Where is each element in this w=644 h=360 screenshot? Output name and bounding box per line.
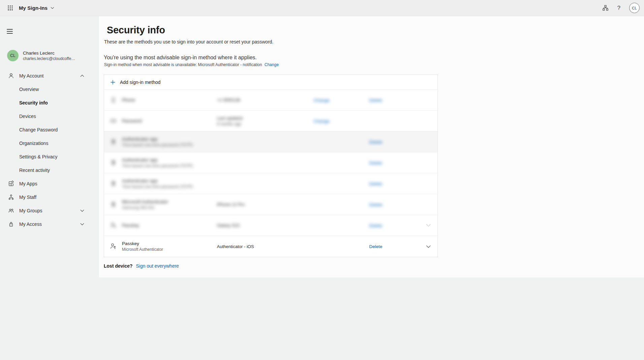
sidebar-item-label: My Groups — [19, 208, 42, 213]
method-name: Authenticator app — [122, 137, 217, 142]
account-avatar-initials: CL — [632, 6, 637, 10]
page-title: Security info — [107, 24, 644, 36]
page-subtitle: These are the methods you use to sign in… — [104, 39, 644, 44]
sidebar-item-label: My Account — [19, 73, 43, 79]
change-link[interactable]: Change — [314, 98, 329, 103]
change-default-method-link[interactable]: Change — [264, 62, 279, 67]
person-icon — [8, 73, 14, 79]
sidebar-item-label: Organizations — [19, 141, 48, 146]
method-name-cell: Authenticator appTime-based one-time pas… — [122, 178, 217, 189]
advisable-detail: Sign-in method when most advisable is un… — [104, 62, 644, 67]
sidebar-item-my-groups[interactable]: My Groups — [0, 204, 99, 217]
method-name-cell: Passkey — [122, 223, 217, 228]
method-detail: Time-based one-time password (TOTP) — [122, 163, 217, 168]
method-row-authenticator-app-3: Authenticator appTime-based one-time pas… — [104, 173, 438, 194]
profile-avatar: CL — [7, 50, 19, 61]
method-row-authenticator-app-2: Authenticator appTime-based one-time pas… — [104, 152, 438, 173]
profile-name: Charles Leclerc — [23, 51, 75, 56]
method-delete-cell: Delete — [369, 97, 425, 103]
delete-link[interactable]: Delete — [369, 181, 382, 186]
row-expand-chevron-down-icon[interactable] — [426, 224, 438, 227]
method-detail: Time-based one-time password (TOTP) — [122, 143, 217, 147]
sidebar-item-my-apps[interactable]: My Apps — [0, 177, 99, 190]
methods-table-rows: Phone+1 5550138ChangeDeletePasswordLast … — [104, 90, 438, 257]
method-value: +1 5550138 — [217, 97, 314, 102]
delete-link[interactable]: Delete — [369, 160, 382, 166]
app-launcher-icon[interactable] — [4, 2, 16, 14]
sidebar-item-label: My Apps — [19, 181, 37, 186]
delete-link[interactable]: Delete — [369, 98, 382, 103]
sidebar-item-label: Security info — [19, 100, 48, 106]
hamburger-menu-icon[interactable] — [7, 29, 13, 34]
method-value: iPhone 12 Pro — [217, 202, 314, 207]
method-name-cell: Authenticator appTime-based one-time pas… — [122, 137, 217, 147]
sidebar-item-overview[interactable]: Overview — [0, 83, 99, 96]
method-delete-cell: Delete — [369, 222, 425, 229]
method-value-cell: iPhone 12 Pro — [217, 202, 314, 207]
method-value-cell: Galaxy S23 — [217, 223, 314, 228]
method-value: Last updated: — [217, 116, 314, 121]
row-expand-chevron-down-icon[interactable] — [426, 245, 438, 248]
sidebar-item-my-access[interactable]: My Access — [0, 217, 99, 231]
method-name-cell: Password — [122, 118, 217, 123]
plus-icon — [110, 79, 116, 85]
sidebar-item-organizations[interactable]: Organizations — [0, 137, 99, 150]
sidebar-item-label: My Staff — [19, 194, 36, 200]
method-name: Phone — [122, 97, 217, 102]
sidebar-item-settings-privacy[interactable]: Settings & Privacy — [0, 150, 99, 163]
method-name: Microsoft Authenticator — [122, 199, 217, 204]
authenticator-app-icon — [110, 139, 122, 145]
method-name: Password — [122, 118, 217, 123]
topbar-actions: ? CL — [602, 3, 640, 13]
authenticator-app-icon — [110, 180, 122, 187]
method-change-cell: Change — [314, 97, 369, 103]
passkey-icon — [110, 243, 122, 250]
advisable-heading: You're using the most advisable sign-in … — [104, 55, 644, 61]
method-value-secondary: 8 months ago — [217, 122, 314, 126]
app-title-chevron-down-icon[interactable] — [51, 7, 54, 9]
method-detail: Microsoft Authenticator — [122, 247, 217, 252]
sidebar-item-label: Change Password — [19, 127, 58, 132]
authenticator-app-icon — [110, 201, 122, 208]
apps-icon — [8, 181, 14, 187]
sidebar-item-change-password[interactable]: Change Password — [0, 123, 99, 137]
sidebar-item-devices[interactable]: Devices — [0, 110, 99, 123]
delete-link[interactable]: Delete — [369, 223, 382, 228]
sidebar-item-security-info[interactable]: Security info — [0, 96, 99, 110]
sidebar-item-my-account[interactable]: My Account — [0, 69, 99, 83]
method-delete-cell: Delete — [369, 243, 425, 249]
top-bar: My Sign-Ins ? CL — [0, 0, 644, 16]
method-delete-cell: Delete — [369, 202, 425, 208]
method-detail: Time-based one-time password (TOTP) — [122, 184, 217, 189]
method-delete-cell: Delete — [369, 139, 425, 145]
method-value: Galaxy S23 — [217, 223, 314, 228]
profile-card: CL Charles Leclerc charles.leclerc@cloud… — [7, 50, 99, 61]
add-sign-in-method-button[interactable]: Add sign-in method — [104, 75, 438, 90]
method-name-cell: Microsoft AuthenticatorSamsung SM-A51 — [122, 199, 217, 210]
phone-icon — [110, 97, 122, 103]
delete-link[interactable]: Delete — [369, 140, 382, 145]
sidebar-item-my-staff[interactable]: My Staff — [0, 190, 99, 204]
method-name: Authenticator app — [122, 178, 217, 183]
sidebar-item-label: Devices — [19, 114, 36, 119]
sign-out-everywhere-link[interactable]: Sign out everywhere — [136, 263, 179, 269]
sidebar-item-recent-activity[interactable]: Recent activity — [0, 163, 99, 177]
method-name: Authenticator app — [122, 157, 217, 162]
change-link[interactable]: Change — [314, 119, 329, 124]
sidebar: CL Charles Leclerc charles.leclerc@cloud… — [0, 16, 99, 360]
method-row-passkey-1: PasskeyGalaxy S23Delete — [104, 215, 438, 236]
chevron-up-icon — [80, 74, 84, 77]
delete-link[interactable]: Delete — [369, 244, 382, 249]
account-avatar[interactable]: CL — [629, 3, 640, 13]
method-row-passkey-2: PasskeyMicrosoft AuthenticatorAuthentica… — [104, 236, 438, 257]
method-value-cell: Authenticator - iOS — [217, 244, 314, 249]
org-chart-icon[interactable] — [602, 5, 609, 11]
chevron-down-icon — [80, 223, 84, 226]
method-name-cell: Phone — [122, 97, 217, 102]
method-delete-cell: Delete — [369, 160, 425, 166]
help-icon[interactable]: ? — [617, 5, 620, 11]
sidebar-nav: My AccountOverviewSecurity infoDevicesCh… — [0, 69, 99, 231]
method-name: Passkey — [122, 241, 217, 246]
sign-in-methods-table: Add sign-in method Phone+1 5550138Change… — [104, 74, 438, 257]
delete-link[interactable]: Delete — [369, 202, 382, 207]
